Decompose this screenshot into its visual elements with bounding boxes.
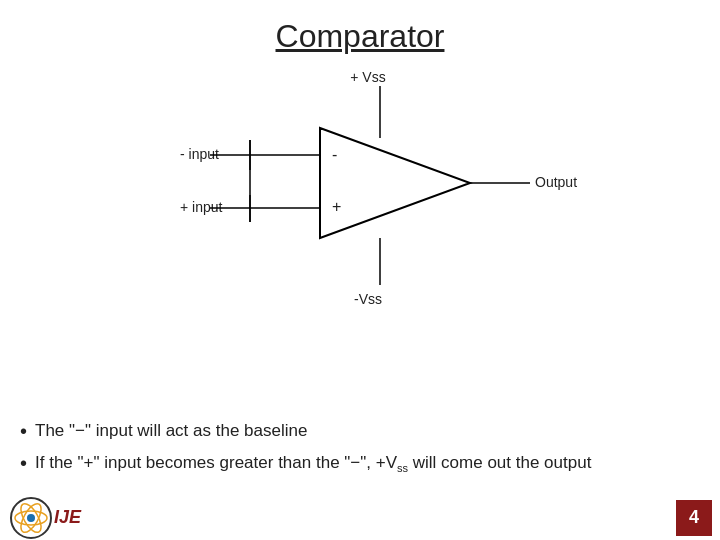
plus-sign: + [332, 198, 341, 215]
logo-circle [10, 497, 52, 539]
logo-text: IJE [54, 507, 81, 528]
svg-point-11 [27, 514, 35, 522]
vss-plus-label: + Vss [350, 69, 385, 85]
diagram-area: + Vss - + - input + input -Vss [0, 60, 720, 360]
minus-sign: - [332, 146, 337, 163]
bullet-1: • The "−" input will act as the baseline [20, 419, 700, 443]
vss-minus-label: -Vss [354, 291, 382, 307]
plus-input-label: + input [180, 199, 223, 215]
comparator-diagram: + Vss - + - input + input -Vss [100, 60, 620, 350]
page-number: 4 [676, 500, 712, 536]
logo-svg [12, 499, 50, 537]
bullet-points: • The "−" input will act as the baseline… [20, 419, 700, 485]
bullet-1-text: The "−" input will act as the baseline [35, 419, 307, 443]
footer: IJE 4 [0, 495, 720, 540]
bullet-2: • If the "+" input becomes greater than … [20, 451, 700, 477]
minus-input-label: - input [180, 146, 219, 162]
footer-logo: IJE [0, 497, 81, 539]
slide-container: Comparator + Vss - + - input + input -Vs… [0, 0, 720, 540]
slide-title: Comparator [0, 0, 720, 55]
svg-marker-1 [320, 128, 470, 238]
bullet-dot-2: • [20, 451, 27, 475]
bullet-2-text: If the "+" input becomes greater than th… [35, 451, 591, 477]
bullet-dot-1: • [20, 419, 27, 443]
output-label: Output [535, 174, 577, 190]
